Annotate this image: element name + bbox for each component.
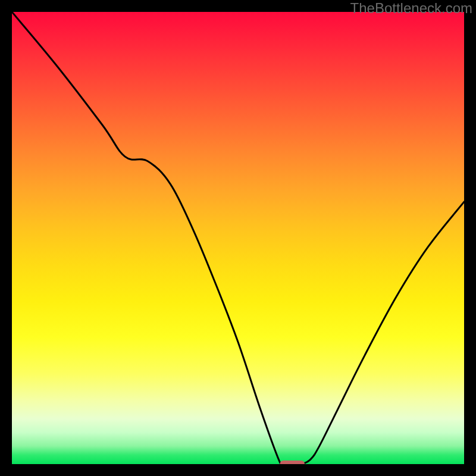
optimal-marker [280, 461, 305, 464]
plot-area [12, 12, 464, 464]
watermark: TheBottleneck.com [350, 0, 472, 17]
chart-frame: TheBottleneck.com [0, 0, 476, 476]
curve-layer [12, 12, 464, 464]
bottleneck-curve [12, 12, 464, 464]
